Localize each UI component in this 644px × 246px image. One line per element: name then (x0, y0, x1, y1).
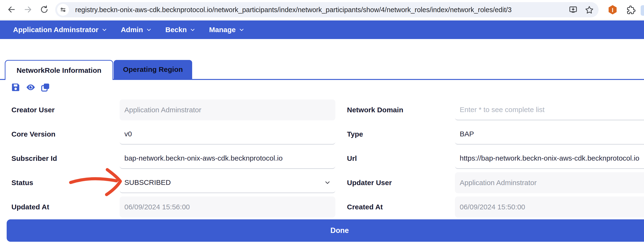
svg-text:I: I (612, 7, 613, 13)
extensions-button[interactable] (624, 4, 637, 16)
field-label-status: Status (12, 172, 33, 193)
reload-icon (40, 5, 49, 14)
field-label-type: Type (347, 124, 363, 145)
network-domain-input[interactable] (455, 100, 644, 120)
puzzle-icon (626, 5, 636, 15)
done-button[interactable]: Done (7, 219, 644, 242)
install-app-button[interactable] (567, 4, 579, 16)
field-label-updater-user: Updater User (347, 172, 392, 193)
chevron-down-icon (324, 179, 331, 186)
browser-chrome: registry.beckn-onix-aws-cdk.becknprotoco… (0, 0, 644, 20)
nav-user-menu-label: Application Adminstrator (13, 26, 98, 34)
tab-networkrole-information[interactable]: NetworkRole Information (5, 60, 113, 80)
nav-beckn-menu-label: Beckn (165, 26, 187, 34)
bookmark-button[interactable] (583, 4, 596, 16)
back-icon (7, 5, 16, 14)
field-label-updated-at: Updated At (12, 196, 49, 218)
reload-button[interactable] (38, 3, 50, 16)
type-input[interactable] (455, 124, 644, 145)
duplicate-button[interactable] (40, 82, 51, 93)
url-input[interactable] (455, 148, 644, 169)
creator-user-input (120, 100, 335, 120)
star-icon (584, 5, 594, 15)
nav-manage-menu[interactable]: Manage (209, 26, 245, 34)
chevron-down-icon (101, 27, 108, 33)
nav-admin-menu[interactable]: Admin (121, 26, 152, 34)
field-label-subscriber-id: Subscriber Id (12, 148, 57, 169)
url-text: registry.beckn-onix-aws-cdk.becknprotoco… (75, 6, 512, 14)
field-label-creator-user: Creator User (12, 100, 55, 120)
status-select[interactable]: SUBSCRIBED (120, 172, 335, 193)
subscriber-id-input[interactable] (120, 148, 335, 169)
created-at-input (455, 196, 644, 218)
field-label-url: Url (347, 148, 357, 169)
nav-user-menu[interactable]: Application Adminstrator (13, 26, 108, 34)
save-icon (11, 82, 21, 92)
profile-avatar[interactable] (641, 5, 644, 16)
eye-icon (26, 82, 36, 92)
extension-badge[interactable]: I (607, 4, 618, 16)
site-settings-button[interactable] (57, 4, 69, 16)
copy-icon (40, 82, 50, 92)
chevron-down-icon (238, 27, 245, 33)
updated-at-input (120, 196, 335, 218)
nav-admin-menu-label: Admin (121, 26, 143, 34)
address-bar[interactable]: registry.beckn-onix-aws-cdk.becknprotoco… (55, 2, 598, 17)
field-label-created-at: Created At (347, 196, 383, 218)
save-button[interactable] (10, 82, 22, 93)
annotation-arrow-icon (68, 165, 125, 199)
record-toolbar (10, 82, 51, 93)
tab-label: NetworkRole Information (17, 66, 102, 74)
updater-user-input (455, 172, 644, 193)
status-selected-value: SUBSCRIBED (124, 178, 171, 186)
hexagon-extension-icon: I (607, 4, 618, 16)
view-button[interactable] (25, 82, 36, 93)
chevron-down-icon (190, 27, 196, 33)
nav-beckn-menu[interactable]: Beckn (165, 26, 196, 34)
install-icon (568, 5, 578, 15)
forward-button[interactable] (22, 3, 34, 16)
field-label-network-domain: Network Domain (347, 100, 403, 120)
core-version-input[interactable] (120, 124, 335, 145)
back-button[interactable] (5, 3, 18, 16)
tune-icon (60, 6, 66, 13)
tab-label: Operating Region (123, 66, 183, 74)
field-label-core-version: Core Version (12, 124, 56, 145)
nav-manage-menu-label: Manage (209, 26, 236, 34)
forward-icon (23, 5, 33, 14)
tab-operating-region[interactable]: Operating Region (114, 60, 192, 79)
app-navbar: Application Adminstrator Admin Beckn Man… (0, 20, 644, 39)
chevron-down-icon (146, 27, 152, 33)
